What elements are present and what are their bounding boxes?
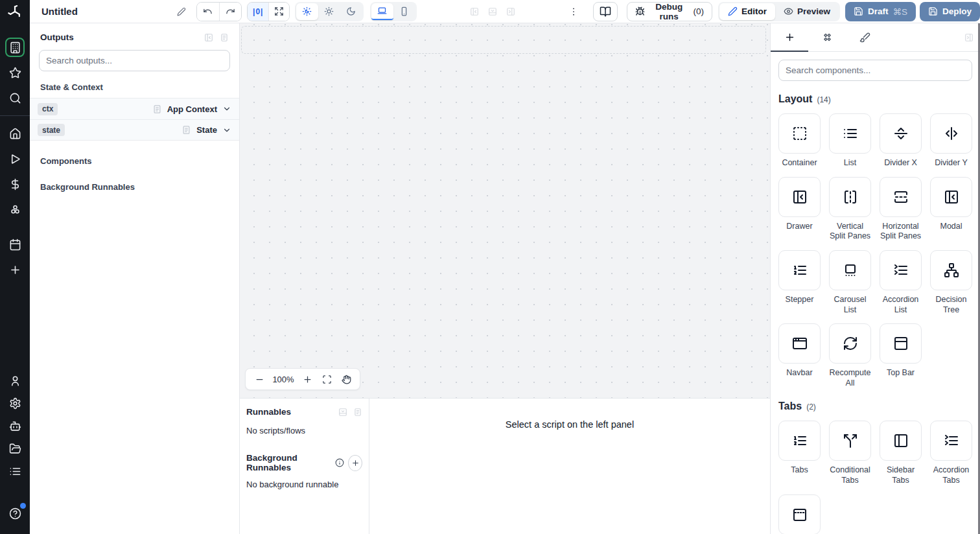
add-background-runnable-button[interactable] xyxy=(348,455,362,471)
output-row-ctx[interactable]: ctx App Context xyxy=(30,98,239,119)
theme-dark-button[interactable] xyxy=(340,3,362,20)
chevron-down-icon[interactable] xyxy=(222,126,231,135)
component-accordion-tabs[interactable]: Accordion Tabs xyxy=(930,421,972,485)
rail-item-apps[interactable] xyxy=(5,38,25,57)
tab-insert-component[interactable] xyxy=(771,23,808,51)
zoom-out-button[interactable] xyxy=(250,369,269,389)
plus-icon xyxy=(784,32,795,43)
undo-button[interactable] xyxy=(197,3,219,21)
pan-button[interactable] xyxy=(336,369,356,389)
tab-styling[interactable] xyxy=(846,23,883,51)
rail-item-ai-assistant[interactable] xyxy=(5,416,25,435)
spacing-toggle-button[interactable]: |0| xyxy=(248,3,268,21)
component-label: Tabs xyxy=(791,465,808,476)
component-label: Conditional Tabs xyxy=(829,465,871,485)
rename-app-button[interactable] xyxy=(177,7,186,16)
desktop-view-button[interactable] xyxy=(371,3,393,20)
chevron-down-icon[interactable] xyxy=(222,104,231,113)
outputs-search-input[interactable] xyxy=(40,56,229,65)
component-container[interactable]: Container xyxy=(778,113,821,168)
component-recompute-all[interactable]: Recompute All xyxy=(829,323,871,388)
pencil-icon xyxy=(177,7,186,16)
collapse-outputs-button[interactable] xyxy=(204,33,213,42)
rail-item-folders[interactable] xyxy=(5,439,25,458)
rail-group xyxy=(0,124,30,219)
draft-button[interactable]: Draft ⌘S xyxy=(845,2,916,21)
canvas-dropzone[interactable] xyxy=(241,26,766,54)
component-navbar[interactable]: Navbar xyxy=(778,323,821,388)
component-list[interactable]: List xyxy=(829,113,871,168)
help-icon xyxy=(9,507,21,520)
brush-icon xyxy=(859,32,870,43)
accordion-icon xyxy=(880,250,922,290)
component-tabs[interactable]: Tabs xyxy=(778,421,821,485)
rail-item-schedules[interactable] xyxy=(5,235,25,254)
deploy-button[interactable]: Deploy xyxy=(920,2,980,21)
hide-bottom-panel-button[interactable] xyxy=(488,7,497,16)
rail-item-resources[interactable] xyxy=(5,200,25,219)
editor-tab[interactable]: Editor xyxy=(719,3,775,20)
component-divider-x[interactable]: Divider X xyxy=(880,113,922,168)
expand-grid-button[interactable] xyxy=(268,3,289,21)
component-label: Divider X xyxy=(884,158,917,168)
zoom-level: 100% xyxy=(269,375,298,384)
background-runnables-header: Background Runnables xyxy=(30,182,239,192)
rail-item-favorites[interactable] xyxy=(5,63,25,82)
zoom-in-button[interactable] xyxy=(298,369,317,389)
rail-item-search[interactable] xyxy=(5,88,25,108)
rail-item-help[interactable] xyxy=(5,504,25,523)
runnables-doc-button[interactable] xyxy=(353,408,362,417)
star-icon xyxy=(9,67,21,79)
collapse-components-button[interactable] xyxy=(964,33,974,42)
component-sidebar-tabs[interactable]: Sidebar Tabs xyxy=(880,421,922,485)
component-modal[interactable]: Modal xyxy=(930,177,972,242)
rail-item-audit-logs[interactable] xyxy=(5,461,25,481)
mobile-view-button[interactable] xyxy=(393,3,415,20)
component-stepper[interactable]: Stepper xyxy=(778,250,821,315)
editor-pencil-icon xyxy=(728,6,738,16)
redo-button[interactable] xyxy=(219,3,241,21)
component-label: Divider Y xyxy=(935,158,967,168)
theme-light-button[interactable] xyxy=(318,3,340,20)
docs-button[interactable] xyxy=(593,2,618,21)
panel-bottom-close-icon xyxy=(338,408,347,417)
moon-icon xyxy=(346,6,356,16)
components-search-input[interactable] xyxy=(779,65,972,75)
more-menu-button[interactable] xyxy=(568,6,579,17)
components-grid-icon xyxy=(822,32,833,43)
component-divider-y[interactable]: Divider Y xyxy=(930,113,972,168)
tab-component-settings[interactable] xyxy=(808,23,846,51)
component-label: Navbar xyxy=(786,368,812,378)
rail-item-home[interactable] xyxy=(5,124,25,143)
collapse-runnables-button[interactable] xyxy=(338,408,347,417)
rail-item-settings[interactable] xyxy=(5,393,25,413)
rail-item-runs[interactable] xyxy=(5,149,25,168)
component-accordion-list[interactable]: Accordion List xyxy=(880,250,922,315)
expand-icon xyxy=(274,6,284,16)
windmill-logo[interactable] xyxy=(0,0,30,23)
fit-view-button[interactable] xyxy=(317,369,336,389)
component-conditional-tabs[interactable]: Conditional Tabs xyxy=(829,421,871,485)
component-horizontal-split-panes[interactable]: Horizontal Split Panes xyxy=(880,177,922,242)
theme-auto-button[interactable] xyxy=(296,3,318,20)
debug-runs-button[interactable]: Debug runs (0) xyxy=(627,2,712,21)
component-decision-tree[interactable]: Decision Tree xyxy=(930,250,972,315)
rail-item-variables[interactable] xyxy=(5,174,25,194)
component-vertical-split-panes[interactable]: Vertical Split Panes xyxy=(829,177,871,242)
component-label: Decision Tree xyxy=(930,295,972,315)
app-title: Untitled xyxy=(41,6,133,17)
runnables-title: Runnables xyxy=(246,407,291,417)
component-top-bar[interactable]: Top Bar xyxy=(880,323,922,388)
hide-left-panel-button[interactable] xyxy=(470,7,479,16)
component-drawer[interactable]: Drawer xyxy=(778,177,821,242)
component-carousel-list[interactable]: Carousel List xyxy=(829,250,871,315)
output-row-state[interactable]: state State xyxy=(30,119,239,141)
component-tile[interactable] xyxy=(778,494,821,534)
outputs-doc-button[interactable] xyxy=(220,33,229,42)
preview-tab[interactable]: Preview xyxy=(775,3,839,20)
split-horizontal-icon xyxy=(880,177,922,217)
app-canvas[interactable]: 100% xyxy=(240,23,770,398)
hide-right-panel-button[interactable] xyxy=(506,7,515,16)
rail-item-account[interactable] xyxy=(5,371,25,390)
rail-item-create[interactable] xyxy=(5,260,25,279)
